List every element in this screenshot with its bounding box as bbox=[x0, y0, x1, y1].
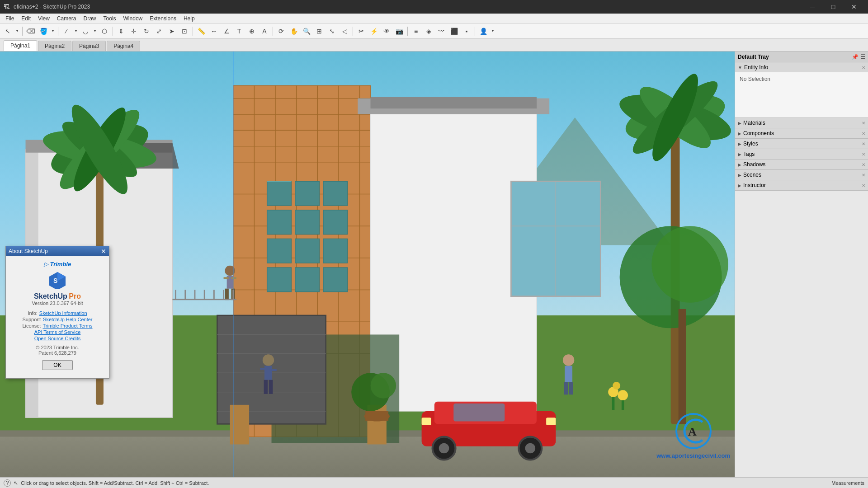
svg-rect-73 bbox=[264, 380, 268, 394]
protractor-button[interactable]: ∠ bbox=[221, 25, 232, 37]
menu-item-camera[interactable]: Camera bbox=[53, 14, 80, 23]
section-plane-button[interactable]: ✂ bbox=[355, 25, 367, 37]
menu-item-draw[interactable]: Draw bbox=[80, 14, 100, 23]
axes-button[interactable]: ⊕ bbox=[246, 25, 258, 37]
tab-pagina4[interactable]: Página4 bbox=[107, 41, 140, 51]
maximize-button[interactable]: □ bbox=[823, 0, 844, 14]
instructor-arrow-icon: ▶ bbox=[738, 183, 741, 188]
tags-pin-icon[interactable]: ✕ bbox=[862, 152, 865, 157]
arc-tool-button[interactable]: ◡ bbox=[80, 25, 91, 37]
svg-rect-34 bbox=[267, 239, 292, 263]
zoom-extents-button[interactable]: ⤡ bbox=[326, 25, 338, 37]
shadows-header[interactable]: ▶ Shadows ✕ bbox=[735, 160, 868, 169]
tags-header[interactable]: ▶ Tags ✕ bbox=[735, 149, 868, 159]
svg-rect-75 bbox=[260, 368, 265, 370]
menu-item-file[interactable]: File bbox=[2, 14, 18, 23]
menu-item-extensions[interactable]: Extensions bbox=[146, 14, 180, 23]
push-pull-button[interactable]: ⇕ bbox=[115, 25, 127, 37]
svg-rect-35 bbox=[295, 239, 320, 263]
rotate-button[interactable]: ↻ bbox=[141, 25, 152, 37]
section-cuts-button[interactable]: ⬛ bbox=[448, 25, 460, 37]
shapes-tool-button[interactable]: ⬡ bbox=[99, 25, 110, 37]
menu-item-tools[interactable]: Tools bbox=[100, 14, 120, 23]
entity-info-header[interactable]: ▼ Entity Info ✕ bbox=[735, 62, 868, 72]
instructor-header[interactable]: ▶ Instructor ✕ bbox=[735, 180, 868, 190]
tab-pagina1[interactable]: Página1 bbox=[4, 40, 37, 51]
pan-button[interactable]: ✋ bbox=[288, 25, 300, 37]
svg-rect-39 bbox=[323, 267, 348, 292]
arc-dropdown-button[interactable]: ▾ bbox=[92, 25, 98, 37]
svg-rect-29 bbox=[295, 181, 320, 206]
viewport[interactable]: About SketchUp ✕ ▷ Trimble S SketchUp Pr… bbox=[0, 52, 735, 477]
tab-pagina2[interactable]: Página2 bbox=[38, 41, 71, 51]
svg-rect-70 bbox=[231, 277, 236, 279]
tray-menu-icon[interactable]: ☰ bbox=[860, 54, 865, 60]
text-button[interactable]: T bbox=[233, 25, 245, 37]
instructor-pin-icon[interactable]: ✕ bbox=[862, 183, 865, 188]
svg-text:S: S bbox=[53, 277, 57, 284]
orbit-button[interactable]: ⟳ bbox=[275, 25, 287, 37]
follow-me-button[interactable]: ➤ bbox=[166, 25, 178, 37]
about-close-button[interactable]: ✕ bbox=[101, 248, 106, 255]
move-button[interactable]: ✛ bbox=[128, 25, 140, 37]
menu-item-edit[interactable]: Edit bbox=[18, 14, 34, 23]
offset-button[interactable]: ⊡ bbox=[179, 25, 190, 37]
opensource-link[interactable]: Open Source Credits bbox=[34, 336, 81, 341]
3d-text-button[interactable]: A bbox=[259, 25, 270, 37]
position-camera-button[interactable]: 📷 bbox=[393, 25, 405, 37]
walk-button[interactable]: ⚡ bbox=[368, 25, 380, 37]
help-icon: ? bbox=[4, 479, 11, 487]
styles-header[interactable]: ▶ Styles ✕ bbox=[735, 139, 868, 149]
paint-bucket-button[interactable]: 🪣 bbox=[38, 25, 49, 37]
components-pin-icon[interactable]: ✕ bbox=[862, 131, 865, 136]
entity-info-pin-icon[interactable]: ✕ bbox=[862, 65, 865, 70]
dimension-button[interactable]: ↔ bbox=[208, 25, 220, 37]
zoom-button[interactable]: 🔍 bbox=[301, 25, 312, 37]
svg-rect-100 bbox=[679, 309, 686, 424]
line-dropdown-button[interactable]: ▾ bbox=[73, 25, 79, 37]
materials-header[interactable]: ▶ Materials ✕ bbox=[735, 118, 868, 128]
user-dropdown-button[interactable]: ▾ bbox=[490, 25, 495, 37]
close-button[interactable]: ✕ bbox=[844, 0, 864, 14]
license-link[interactable]: Trimble Product Terms bbox=[42, 323, 92, 328]
select-dropdown-button[interactable]: ▾ bbox=[14, 25, 20, 37]
zoom-window-button[interactable]: ⊞ bbox=[313, 25, 325, 37]
app-icon: 🏗 bbox=[4, 3, 10, 10]
shadows-pin-icon[interactable]: ✕ bbox=[862, 162, 865, 167]
scale-button[interactable]: ⤢ bbox=[153, 25, 165, 37]
render-button[interactable]: ◈ bbox=[423, 25, 434, 37]
prev-view-button[interactable]: ◁ bbox=[339, 25, 350, 37]
menu-item-view[interactable]: View bbox=[34, 14, 53, 23]
line-tool-button[interactable]: ∕ bbox=[61, 25, 72, 37]
eraser-tool-button[interactable]: ⌫ bbox=[25, 25, 37, 37]
support-link[interactable]: SketchUp Help Center bbox=[43, 317, 92, 322]
about-ok-button[interactable]: OK bbox=[42, 360, 72, 370]
svg-point-59 bbox=[439, 443, 449, 454]
scenes-pin-icon[interactable]: ✕ bbox=[862, 173, 865, 178]
menu-item-help[interactable]: Help bbox=[180, 14, 198, 23]
look-around-button[interactable]: 👁 bbox=[381, 25, 392, 37]
info-link[interactable]: SketchUp Information bbox=[39, 310, 87, 316]
tab-pagina3[interactable]: Página3 bbox=[72, 41, 106, 51]
smoke-button[interactable]: 〰 bbox=[435, 25, 447, 37]
select-tool-button[interactable]: ↖ bbox=[2, 25, 14, 37]
toolbar-separator-1 bbox=[22, 27, 23, 36]
scenes-header[interactable]: ▶ Scenes ✕ bbox=[735, 170, 868, 180]
tray-pin-icon[interactable]: 📌 bbox=[852, 54, 859, 60]
default-tray-header: Default Tray 📌 ☰ bbox=[735, 52, 868, 62]
svg-rect-74 bbox=[269, 380, 273, 394]
section-fills-button[interactable]: ▪ bbox=[461, 25, 472, 37]
components-header[interactable]: ▶ Components ✕ bbox=[735, 128, 868, 138]
shape-dropdown-button[interactable]: ▾ bbox=[50, 25, 56, 37]
materials-pin-icon[interactable]: ✕ bbox=[862, 121, 865, 126]
tape-measure-button[interactable]: 📏 bbox=[195, 25, 207, 37]
api-link[interactable]: API Terms of Service bbox=[34, 329, 81, 335]
svg-rect-78 bbox=[565, 366, 572, 382]
minimize-button[interactable]: ─ bbox=[802, 0, 823, 14]
menu-item-window[interactable]: Window bbox=[120, 14, 146, 23]
styles-pin-icon[interactable]: ✕ bbox=[862, 141, 865, 146]
layers-button[interactable]: ≡ bbox=[410, 25, 422, 37]
user-button[interactable]: 👤 bbox=[477, 25, 489, 37]
materials-section: ▶ Materials ✕ bbox=[735, 118, 868, 128]
titlebar-title: oficinas+2 - SketchUp Pro 2023 bbox=[14, 4, 90, 10]
